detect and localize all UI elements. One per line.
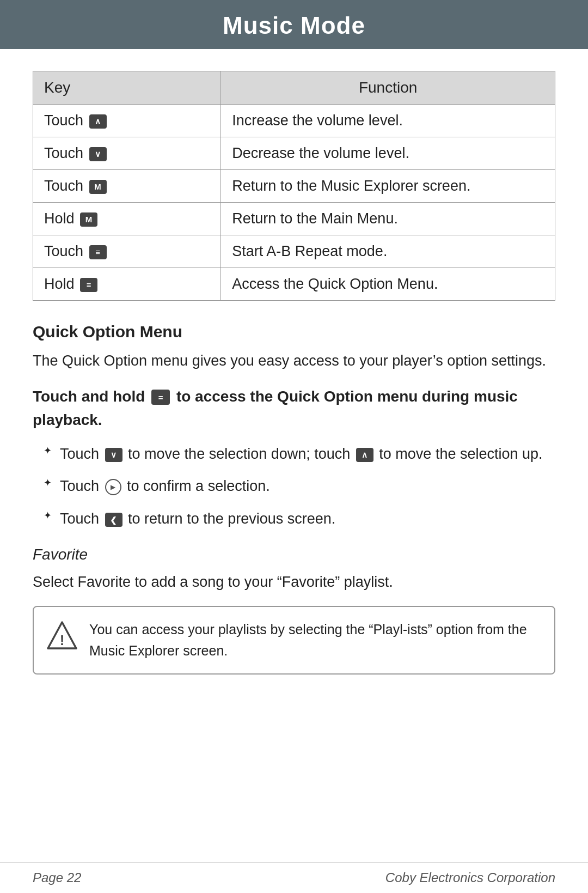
bullet1-text-middle: to move the selection down; touch [128, 446, 354, 462]
up-icon-bullet1: ∧ [356, 448, 373, 462]
table-col-function: Function [221, 71, 555, 105]
key-icon-up: ∧ [89, 114, 107, 129]
bullet-list: Touch ∨ to move the selection down; touc… [33, 443, 555, 531]
key-icon-M: M [80, 212, 97, 227]
table-row: Touch ≡Start A-B Repeat mode. [33, 235, 555, 268]
bullet1-text-after: to move the selection up. [379, 446, 542, 462]
table-row: Touch ∨Decrease the volume level. [33, 137, 555, 170]
bullet3-text-after: to return to the previous screen. [128, 511, 335, 527]
down-icon-bullet1: ∨ [105, 448, 122, 462]
quick-option-para1: The Quick Option menu gives you easy acc… [33, 350, 555, 373]
warning-icon: ! [47, 620, 77, 651]
table-cell-key: Touch ≡ [33, 235, 221, 268]
table-cell-function: Access the Quick Option Menu. [221, 268, 555, 301]
table-cell-key: Hold ≡ [33, 268, 221, 301]
key-icon-eq: ≡ [89, 245, 107, 259]
page-header: Music Mode [0, 0, 588, 49]
key-icon-eq: ≡ [80, 278, 97, 292]
table-row: Touch MReturn to the Music Explorer scre… [33, 170, 555, 203]
bullet1-text-before: Touch [60, 446, 103, 462]
eq-icon-bold: = [151, 390, 170, 405]
key-icon-M: M [89, 180, 107, 194]
key-label: Touch [44, 178, 88, 194]
bullet2-text-before: Touch [60, 478, 103, 494]
bold-line1: Touch and hold [33, 388, 145, 405]
key-label: Touch [44, 243, 88, 259]
key-label: Touch [44, 112, 88, 129]
circle-icon-bullet2: ▶ [105, 479, 121, 495]
main-content: Key Function Touch ∧Increase the volume … [0, 49, 588, 734]
favorite-para: Select Favorite to add a song to your “F… [33, 571, 555, 594]
table-cell-function: Decrease the volume level. [221, 137, 555, 170]
key-function-table: Key Function Touch ∧Increase the volume … [33, 71, 555, 301]
key-label: Hold [44, 210, 78, 227]
key-icon-down: ∨ [89, 147, 107, 161]
table-cell-key: Touch M [33, 170, 221, 203]
table-cell-function: Return to the Music Explorer screen. [221, 170, 555, 203]
table-cell-function: Return to the Main Menu. [221, 203, 555, 235]
bullet-item-1: Touch ∨ to move the selection down; touc… [44, 443, 555, 466]
table-cell-function: Increase the volume level. [221, 105, 555, 137]
table-col-key: Key [33, 71, 221, 105]
back-icon-bullet3: ❮ [105, 513, 122, 527]
bullet2-text-after: to confirm a selection. [127, 478, 270, 494]
warning-box: ! You can access your playlists by selec… [33, 606, 555, 675]
bullet3-text-before: Touch [60, 511, 103, 527]
svg-text:!: ! [60, 632, 65, 648]
bold-instruction: Touch and hold = to access the Quick Opt… [33, 385, 555, 432]
key-label: Touch [44, 145, 88, 161]
warning-text: You can access your playlists by selecti… [89, 619, 541, 661]
table-row: Hold ≡Access the Quick Option Menu. [33, 268, 555, 301]
page-title: Music Mode [22, 12, 566, 39]
table-cell-key: Touch ∧ [33, 105, 221, 137]
table-row: Touch ∧Increase the volume level. [33, 105, 555, 137]
table-row: Hold MReturn to the Main Menu. [33, 203, 555, 235]
key-label: Hold [44, 276, 78, 292]
bullet-item-2: Touch ▶ to confirm a selection. [44, 475, 555, 498]
bullet-item-3: Touch ❮ to return to the previous screen… [44, 508, 555, 531]
favorite-heading: Favorite [33, 546, 555, 563]
table-cell-function: Start A-B Repeat mode. [221, 235, 555, 268]
quick-option-heading: Quick Option Menu [33, 323, 555, 341]
footer-company: Coby Electronics Corporation [385, 870, 555, 885]
table-cell-key: Touch ∨ [33, 137, 221, 170]
footer-page: Page 22 [33, 870, 81, 885]
page-footer: Page 22 Coby Electronics Corporation [0, 862, 588, 893]
table-cell-key: Hold M [33, 203, 221, 235]
